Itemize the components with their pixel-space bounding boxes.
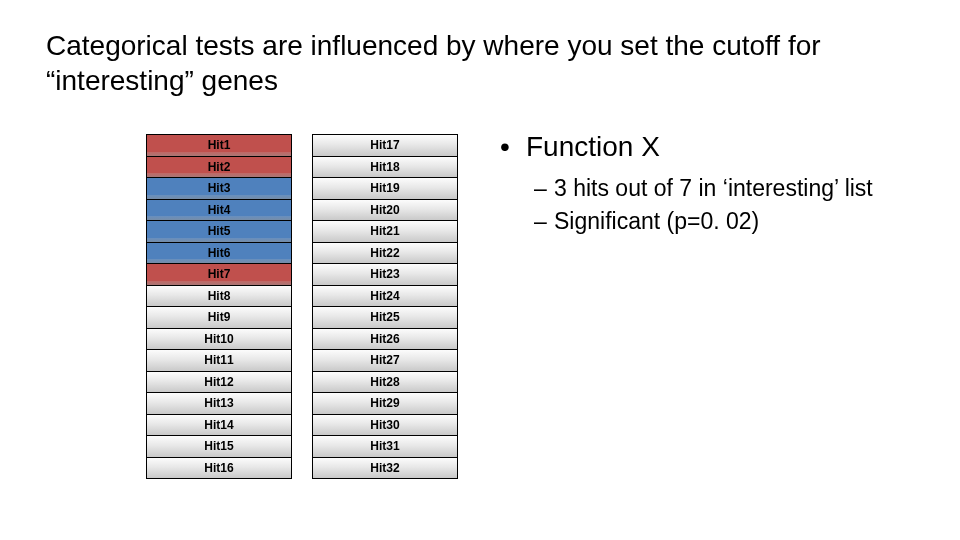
hit-cell: Hit19 [312,177,458,200]
hit-cell: Hit25 [312,306,458,329]
bullet-l2a-text: 3 hits out of 7 in ‘interesting’ list [554,175,873,201]
hit-cell: Hit6 [146,242,292,265]
hit-cell: Hit16 [146,457,292,480]
bullet-level2: 3 hits out of 7 in ‘interesting’ list [500,174,920,204]
hit-cell: Hit26 [312,328,458,351]
hit-cell: Hit13 [146,392,292,415]
hit-cell: Hit1 [146,134,292,157]
hit-cell: Hit30 [312,414,458,437]
hit-cell: Hit11 [146,349,292,372]
hit-cell: Hit4 [146,199,292,222]
hit-cell: Hit31 [312,435,458,458]
hit-cell: Hit14 [146,414,292,437]
hits-column-1: Hit1Hit2Hit3Hit4Hit5Hit6Hit7Hit8Hit9Hit1… [146,134,292,479]
hit-cell: Hit27 [312,349,458,372]
hit-cell: Hit17 [312,134,458,157]
hit-cell: Hit29 [312,392,458,415]
hit-cell: Hit18 [312,156,458,179]
hit-cell: Hit20 [312,199,458,222]
hit-cell: Hit8 [146,285,292,308]
hit-cell: Hit28 [312,371,458,394]
slide: Categorical tests are influenced by wher… [0,0,960,540]
hit-cell: Hit23 [312,263,458,286]
hit-cell: Hit7 [146,263,292,286]
hit-cell: Hit12 [146,371,292,394]
hit-cell: Hit32 [312,457,458,480]
hit-cell: Hit21 [312,220,458,243]
bullet-l1-text: Function X [526,131,660,162]
bullet-level2: Significant (p=0. 02) [500,207,920,237]
hit-cell: Hit5 [146,220,292,243]
bullet-list: Function X 3 hits out of 7 in ‘interesti… [500,130,920,241]
bullet-l2b-text: Significant (p=0. 02) [554,208,759,234]
hits-column-2: Hit17Hit18Hit19Hit20Hit21Hit22Hit23Hit24… [312,134,458,479]
hit-cell: Hit2 [146,156,292,179]
hit-cell: Hit15 [146,435,292,458]
hit-cell: Hit9 [146,306,292,329]
hits-table: Hit1Hit2Hit3Hit4Hit5Hit6Hit7Hit8Hit9Hit1… [146,134,458,479]
hit-cell: Hit3 [146,177,292,200]
hit-cell: Hit22 [312,242,458,265]
bullet-level1: Function X [500,130,920,164]
hit-cell: Hit10 [146,328,292,351]
hit-cell: Hit24 [312,285,458,308]
slide-title: Categorical tests are influenced by wher… [46,28,916,98]
